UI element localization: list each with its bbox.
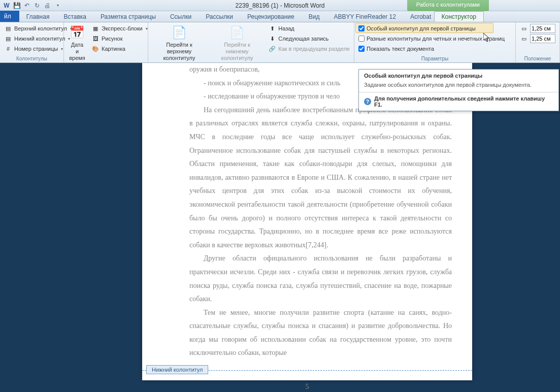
group-label-position: Положение: [518, 55, 557, 62]
quick-access-toolbar: W 💾 ↶ ↻ 🖨: [0, 1, 62, 10]
tab-insert[interactable]: Вставка: [56, 12, 93, 22]
link-previous-button: 🔗Как в предыдущем разделе: [266, 44, 352, 54]
save-icon[interactable]: 💾: [12, 1, 21, 10]
qat-customize-icon[interactable]: [53, 1, 62, 10]
tooltip: Особый колонтитул для первой страницы За…: [358, 69, 559, 111]
ruler-top-icon: ▭: [520, 24, 528, 32]
tooltip-title: Особый колонтитул для первой страницы: [359, 70, 558, 82]
contextual-tab-header: Работа с колонтитулами: [407, 0, 489, 11]
calendar-icon: 📅: [69, 24, 85, 41]
group-position: ▭ ▭ Положение: [516, 22, 560, 62]
header-top-input[interactable]: [530, 24, 555, 33]
ribbon: ▤Верхний колонтитул ▤Нижний колонтитул #…: [0, 22, 560, 63]
goto-header-button[interactable]: 📄 Перейти к верхнему колонтитулу: [150, 23, 208, 63]
tab-view[interactable]: Вид: [302, 12, 327, 22]
next-button[interactable]: ⬇Следующая запись: [266, 34, 352, 44]
footer-icon: ▤: [4, 35, 12, 43]
tab-references[interactable]: Ссылки: [163, 12, 199, 22]
different-odd-even-checkbox[interactable]: Разные колонтитулы для четных и нечетных…: [356, 34, 507, 44]
group-label-headers: Колонтитулы: [2, 55, 61, 62]
picture-icon: 🖼: [91, 35, 100, 43]
footer-label-tag[interactable]: Нижний колонтитул: [146, 365, 208, 374]
header-icon: ▤: [4, 24, 12, 32]
date-time-button[interactable]: 📅 Дата и время: [66, 23, 88, 63]
tab-design[interactable]: Конструктор: [434, 11, 484, 22]
goto-header-icon: 📄: [171, 24, 187, 41]
ruler-bottom-icon: ▭: [520, 35, 528, 43]
arrow-down-icon: ⬇: [268, 35, 276, 43]
group-headers: ▤Верхний колонтитул ▤Нижний колонтитул #…: [0, 22, 64, 62]
arrow-up-icon: ⬆: [268, 24, 276, 32]
page-number-button[interactable]: #Номер страницы: [2, 44, 74, 54]
tab-review[interactable]: Рецензирование: [240, 12, 302, 22]
group-options: Особый колонтитул для первой страницы Ра…: [354, 22, 516, 62]
different-first-page-checkbox[interactable]: Особый колонтитул для первой страницы: [356, 23, 507, 34]
page-number-field[interactable]: 5: [142, 383, 472, 391]
header-from-top[interactable]: ▭: [518, 23, 557, 34]
footer-from-bottom[interactable]: ▭: [518, 34, 557, 44]
link-icon: 🔗: [268, 45, 276, 53]
footer-bottom-input[interactable]: [530, 34, 555, 43]
doc-paragraph: Другие области официального использовани…: [189, 252, 452, 306]
checkbox-showdoc[interactable]: [358, 46, 365, 52]
clipart-button[interactable]: 🎨Картинка: [89, 44, 150, 54]
show-document-text-checkbox[interactable]: Показать текст документа: [356, 44, 507, 54]
clipart-icon: 🎨: [91, 45, 100, 53]
print-icon[interactable]: 🖨: [43, 1, 52, 10]
document-workspace[interactable]: оружия и боеприпасов, - поиск и обнаруже…: [0, 63, 560, 392]
title-bar: W 💾 ↶ ↻ 🖨 2239_88196 (1) - Microsoft Wor…: [0, 0, 560, 11]
group-navigation: 📄 Перейти к верхнему колонтитулу 📄 Перей…: [148, 22, 354, 62]
word-icon[interactable]: W: [2, 1, 11, 10]
tab-mailings[interactable]: Рассылки: [199, 12, 240, 22]
tab-home[interactable]: Главная: [19, 12, 57, 22]
goto-footer-button: 📄 Перейти к нижнему колонтитулу: [209, 23, 265, 63]
quick-parts-button[interactable]: ▦Экспресс-блоки: [89, 23, 150, 34]
tab-page-layout[interactable]: Разметка страницы: [93, 12, 163, 22]
doc-paragraph: На сегодняшний день наиболее востребован…: [189, 104, 452, 252]
redo-icon[interactable]: ↻: [32, 1, 42, 10]
doc-paragraph: Тем не менее, многие получили развитие с…: [189, 306, 452, 360]
tooltip-help-text: Для получения дополнительных сведений на…: [374, 95, 553, 108]
footer-button[interactable]: ▤Нижний колонтитул: [2, 34, 74, 44]
picture-button[interactable]: 🖼Рисунок: [89, 34, 150, 44]
ribbon-tabs: йл Главная Вставка Разметка страницы Ссы…: [0, 11, 560, 22]
undo-icon[interactable]: ↶: [22, 1, 31, 10]
page-number-icon: #: [4, 45, 12, 53]
blocks-icon: ▦: [91, 24, 100, 32]
file-tab[interactable]: йл: [0, 11, 19, 22]
group-insert: 📅 Дата и время ▦Экспресс-блоки 🖼Рисунок …: [64, 22, 148, 62]
header-button[interactable]: ▤Верхний колонтитул: [2, 23, 74, 34]
checkbox-first[interactable]: [358, 25, 365, 31]
goto-footer-icon: 📄: [229, 24, 245, 41]
checkbox-oddeven[interactable]: [358, 36, 365, 42]
help-icon: ?: [364, 98, 371, 105]
tab-abbyy[interactable]: ABBYY FineReader 12: [326, 12, 403, 22]
group-label-options: Параметры: [356, 55, 513, 62]
window-title: 2239_88196 (1) - Microsoft Word: [236, 2, 325, 9]
tooltip-description: Задание особых колонтитулов для первой с…: [359, 82, 558, 92]
tab-acrobat[interactable]: Acrobat: [403, 12, 438, 22]
previous-button[interactable]: ⬆Назад: [266, 23, 352, 34]
tooltip-help-row: ? Для получения дополнительных сведений …: [359, 92, 558, 111]
